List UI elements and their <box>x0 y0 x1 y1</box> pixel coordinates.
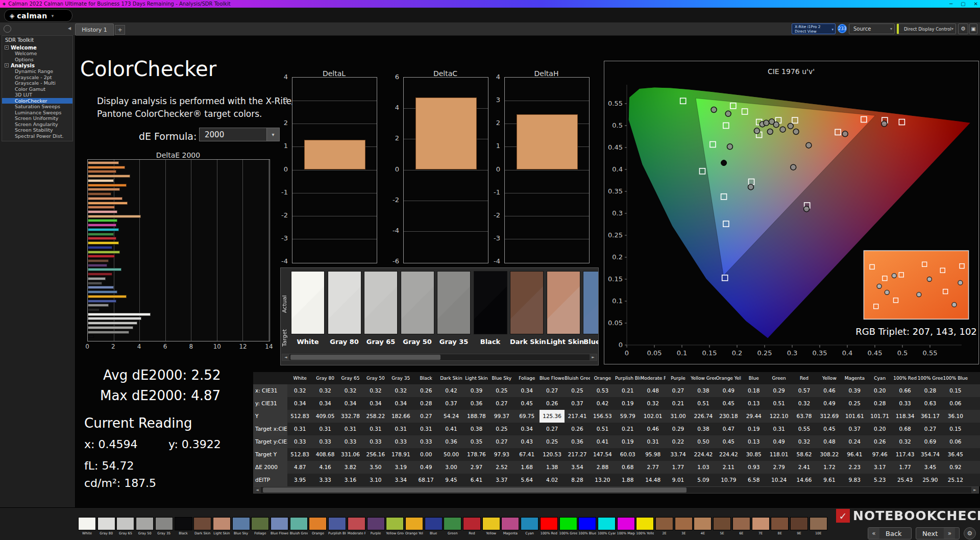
sidebar-item-screen-stability[interactable]: Screen Stability <box>2 127 72 133</box>
table-cell: 0.49 <box>413 461 438 474</box>
de-formula-select[interactable]: 2000 ▾ <box>199 128 280 141</box>
gridline <box>292 216 377 216</box>
table-cell: 0.21 <box>615 384 640 397</box>
table-cell: 0.27 <box>413 410 438 423</box>
next-button[interactable]: Next » <box>916 527 960 539</box>
axis-tick-label: -2 <box>272 211 288 219</box>
de-formula-label: dE Formula: <box>139 131 197 142</box>
patch-label: Green <box>444 531 461 535</box>
axis-tick-label: 0.35 <box>813 349 827 357</box>
table-cell: 0.25 <box>842 397 867 410</box>
sidebar-item-screen-angularity[interactable]: Screen Angularity <box>2 121 72 128</box>
sidebar-item-dynamic-range[interactable]: Dynamic Range <box>2 68 72 75</box>
deltae-bar <box>88 228 119 231</box>
table-col-header: Blue Sky <box>489 372 514 384</box>
sidebar-item-spectral-power-dist[interactable]: Spectral Power Dist. <box>2 133 72 139</box>
calman-menu-button[interactable]: ◈ calman ▾ <box>4 9 72 22</box>
cie-measured-marker <box>767 129 773 135</box>
titlebar: ◈ Calman 2022 Calman Ultimate for Busine… <box>0 0 980 8</box>
table-cell: 0.39 <box>464 384 489 397</box>
table-cell: 224.42 <box>691 448 716 461</box>
gridline <box>505 216 589 216</box>
patch-label: White <box>78 531 96 535</box>
table-cell: 118.34 <box>892 410 917 423</box>
scroll-right-icon[interactable]: ► <box>971 487 978 493</box>
table-row-label: Target y:CIE31 <box>253 435 287 448</box>
cie-measured-marker <box>806 142 812 148</box>
table-cell: 3.54 <box>565 461 590 474</box>
sidebar-item-saturation-sweeps[interactable]: Saturation Sweeps <box>2 104 72 110</box>
table-cell: 1.68 <box>514 461 540 474</box>
table-row-label: ΔE 2000 <box>253 461 287 474</box>
display-control-dropdown[interactable]: Direct Display Control ▾ <box>897 23 956 34</box>
table-cell: 224.42 <box>716 448 741 461</box>
patch-label: Light Skin <box>547 338 580 346</box>
scrollbar-thumb[interactable] <box>263 487 687 493</box>
maximize-button[interactable]: ▢ <box>961 1 965 7</box>
patch-color <box>437 271 471 334</box>
sidebar-item-colorchecker[interactable]: ColorChecker <box>2 98 72 104</box>
collapse-expander-icon[interactable]: - <box>5 63 9 67</box>
scroll-left-icon[interactable]: ◄ <box>282 354 289 360</box>
add-tab-button[interactable]: + <box>115 25 125 35</box>
workspace-icon[interactable] <box>4 25 11 33</box>
footer-settings-button[interactable]: ⚙ <box>964 527 976 539</box>
table-scrollbar[interactable]: ◄ ► <box>253 486 979 494</box>
patch-label: Magenta <box>501 531 519 535</box>
axis-tick-label: 0.15 <box>608 275 623 283</box>
sidebar-item-grayscale-multi[interactable]: Grayscale - Multi <box>2 80 72 86</box>
table-cell: 188.78 <box>464 410 489 423</box>
patch-label: Light Skin <box>213 531 231 535</box>
axis-tick-label: 4 <box>484 73 500 81</box>
sidebar-group-welcome[interactable]: -Welcome <box>2 44 72 51</box>
swatch-scrollbar[interactable]: ◄ ► <box>282 354 597 361</box>
strip-patch-100-yellow: 100% Yellow <box>636 517 654 535</box>
sidebar-item-3d-lut[interactable]: 3D LUT <box>2 92 72 98</box>
table-row-label: dEITP <box>253 474 287 486</box>
table-cell: 0.31 <box>287 423 312 435</box>
table-cell: 147.54 <box>590 448 615 461</box>
axis-tick-label: 2 <box>106 343 121 350</box>
sidebar-group-analysis[interactable]: -Analysis <box>2 62 72 68</box>
patch-label: Yellow Green <box>386 531 404 535</box>
gridline <box>242 160 243 341</box>
page-description-line2: Pantone ColorChecker® target colors. <box>97 109 262 119</box>
collapse-expander-icon[interactable]: - <box>5 45 9 50</box>
axis-tick-label: 10 <box>209 343 225 350</box>
tab-history-1[interactable]: History 1 <box>75 23 114 36</box>
minimize-button[interactable]: ─ <box>949 1 952 7</box>
de-formula-value: 2000 <box>205 130 224 139</box>
close-button[interactable]: ✕ <box>974 1 978 7</box>
table-cell: 0.26 <box>540 397 565 410</box>
table-col-header: Yellow <box>817 372 842 384</box>
sidebar-item-screen-uniformity[interactable]: Screen Uniformity <box>2 115 72 121</box>
strip-patch-yellow-green: Yellow Green <box>386 517 404 535</box>
scroll-right-icon[interactable]: ► <box>590 354 597 360</box>
table-cell: 4.02 <box>540 474 565 486</box>
table-cell: 14.66 <box>792 474 817 486</box>
sidebar-item-options[interactable]: Options <box>2 57 72 63</box>
sidebar-item-welcome[interactable]: Welcome <box>2 51 72 57</box>
patch-color <box>291 271 325 334</box>
deltae-bar <box>88 300 116 303</box>
layout-button[interactable]: ▣ <box>969 23 977 34</box>
sidebar-item-color-gamut[interactable]: Color Gamut <box>2 86 72 92</box>
back-button[interactable]: « Back <box>868 527 912 539</box>
scroll-left-icon[interactable]: ◄ <box>254 487 261 493</box>
scrollbar-thumb[interactable] <box>290 355 440 360</box>
gridline <box>292 170 377 170</box>
sidebar-item-luminance-sweeps[interactable]: Luminance Sweeps <box>2 110 72 116</box>
source-d[interactable]: Source ▾ <box>849 23 895 34</box>
patch-label: 3E <box>675 531 693 535</box>
sidebar: SDR Toolkit -WelcomeWelcomeOptions-Analy… <box>0 35 76 507</box>
patch-label: White <box>291 338 325 346</box>
meter-selector[interactable]: X-Rite i1Pro 2 Direct View ▾ <box>792 23 836 34</box>
table-cell: 68.17 <box>413 474 438 486</box>
table-cell: 0.46 <box>817 384 842 397</box>
table-cell: 6.58 <box>741 474 766 486</box>
table-cell-highlighted: 125.36 <box>540 410 565 423</box>
reading-fl: fL: 54.72 <box>84 459 134 472</box>
sidebar-collapse-button[interactable]: ◀ <box>66 25 72 32</box>
sidebar-item-grayscale-2pt[interactable]: Grayscale - 2pt <box>2 75 72 81</box>
settings-button[interactable]: ⚙ <box>958 23 968 34</box>
